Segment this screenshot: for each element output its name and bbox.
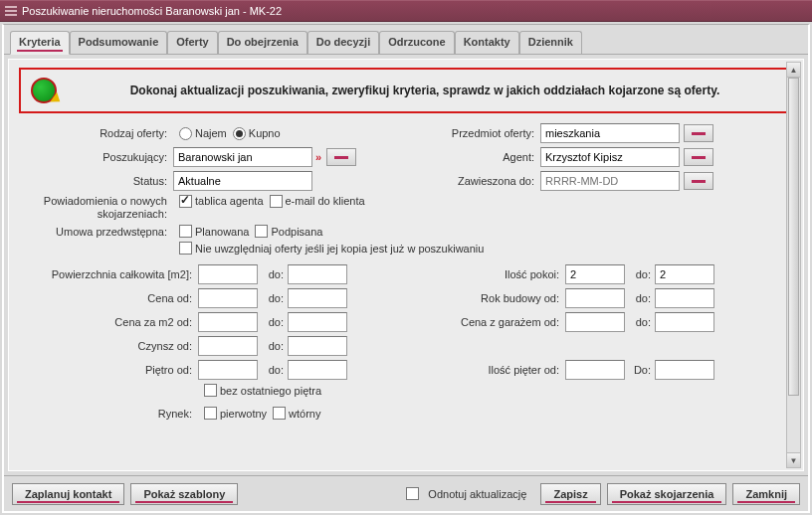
tab-odrzucone[interactable]: Odrzucone	[379, 31, 454, 54]
chk-pierwotny[interactable]	[204, 407, 217, 420]
input-rok-to[interactable]	[655, 288, 714, 308]
clear-zawieszona-button[interactable]	[684, 172, 713, 190]
open-client-icon[interactable]: »	[312, 151, 322, 163]
label-pokoi: Ilość pokoi:	[416, 268, 565, 280]
chk-bez-ostatniego[interactable]	[204, 384, 217, 397]
vertical-scrollbar[interactable]: ▲ ▼	[786, 62, 801, 468]
input-agent[interactable]	[540, 147, 680, 167]
input-pow-from[interactable]	[198, 264, 258, 284]
label-zawieszona: Zawieszona do:	[416, 175, 540, 187]
label-agent: Agent:	[416, 151, 540, 163]
ranges: Powierzchnia całkowita [m2]: do: Cena od…	[19, 264, 793, 420]
scroll-thumb[interactable]	[788, 78, 799, 396]
tabs: Kryteria Podsumowanie Oferty Do obejrzen…	[4, 25, 808, 55]
chk-tablica[interactable]	[179, 195, 192, 208]
tab-kontakty[interactable]: Kontakty	[455, 31, 519, 54]
chk-email-label: e-mail do klienta	[286, 195, 365, 207]
input-pow-to[interactable]	[288, 264, 347, 284]
alert-box: Dokonaj aktualizacji poszukiwania, zwery…	[19, 68, 793, 113]
input-rok-from[interactable]	[565, 288, 625, 308]
radio-najem-label: Najem	[195, 127, 227, 139]
label-przedmiot: Przedmiot oferty:	[416, 127, 540, 139]
window-title: Poszukiwanie nieruchomości Baranowski ja…	[22, 5, 282, 17]
radio-kupno-label: Kupno	[249, 127, 281, 139]
input-cena-from[interactable]	[198, 288, 258, 308]
input-pietro-from[interactable]	[198, 360, 258, 380]
chk-odnotuj-label: Odnotuj aktualizację	[428, 488, 526, 500]
label-powiadomienia: Powiadomienia o nowych skojarzeniach:	[19, 195, 173, 221]
input-poszukujacy[interactable]	[173, 147, 312, 167]
clear-agent-button[interactable]	[684, 148, 713, 166]
chk-wtorny-label: wtórny	[289, 408, 320, 420]
label-pietro: Piętro od:	[19, 364, 198, 376]
schedule-contact-button[interactable]: Zaplanuj kontakt	[12, 483, 124, 505]
input-pietro-to[interactable]	[288, 360, 347, 380]
clear-przedmiot-button[interactable]	[684, 124, 713, 142]
input-pokoi-to[interactable]	[655, 264, 714, 284]
scroll-up-icon[interactable]: ▲	[787, 63, 800, 78]
alert-text: Dokonaj aktualizacji poszukiwania, zwery…	[69, 84, 781, 97]
input-cenam2-from[interactable]	[198, 312, 258, 332]
tab-do-obejrzenia[interactable]: Do obejrzenia	[218, 31, 307, 54]
label-pieter: Ilość pięter od:	[416, 364, 565, 376]
tab-content: Dokonaj aktualizacji poszukiwania, zwery…	[8, 59, 804, 471]
input-zawieszona[interactable]	[540, 171, 680, 191]
chk-planowana[interactable]	[179, 225, 192, 238]
label-poszukujacy: Poszukujący:	[19, 151, 173, 163]
label-czynsz: Czynsz od:	[19, 340, 198, 352]
chk-email[interactable]	[270, 195, 283, 208]
label-rok: Rok budowy od:	[416, 292, 565, 304]
input-pieter-to[interactable]	[655, 360, 714, 380]
radio-najem[interactable]	[179, 127, 192, 140]
footer: Zaplanuj kontakt Pokaż szablony Odnotuj …	[4, 475, 808, 511]
tab-kryteria[interactable]: Kryteria	[10, 31, 70, 55]
label-rynek: Rynek:	[19, 408, 198, 420]
label-rodzaj-oferty: Rodzaj oferty:	[19, 127, 173, 139]
input-garaz-from[interactable]	[565, 312, 625, 332]
tab-podsumowanie[interactable]: Podsumowanie	[70, 31, 168, 54]
input-pokoi-from[interactable]	[565, 264, 625, 284]
body-area: Kryteria Podsumowanie Oferty Do obejrzen…	[2, 24, 810, 513]
label-powierzchnia: Powierzchnia całkowita [m2]:	[19, 268, 198, 280]
tab-oferty[interactable]: Oferty	[167, 31, 217, 54]
chk-exclude-copy-label: Nie uwzględniaj oferty jeśli jej kopia j…	[195, 243, 484, 255]
input-cena-to[interactable]	[288, 288, 347, 308]
refresh-warning-icon	[31, 78, 57, 103]
tab-do-decyzji[interactable]: Do decyzji	[307, 31, 379, 54]
chk-planowana-label: Planowana	[195, 226, 249, 238]
clear-poszukujacy-button[interactable]	[326, 148, 356, 166]
label-umowa: Umowa przedwstępna:	[19, 226, 173, 238]
window-menu-icon[interactable]	[4, 4, 18, 18]
scroll-down-icon[interactable]: ▼	[787, 452, 800, 467]
chk-wtorny[interactable]	[273, 407, 286, 420]
input-czynsz-to[interactable]	[288, 336, 347, 356]
input-przedmiot[interactable]	[540, 123, 680, 143]
show-matches-button[interactable]: Pokaż skojarzenia	[607, 483, 727, 505]
criteria-form: Rodzaj oferty: Najem Kupno Przedmiot ofe…	[19, 123, 793, 420]
close-button[interactable]: Zamknij	[732, 483, 800, 505]
chk-exclude-copy[interactable]	[179, 242, 192, 255]
chk-pierwotny-label: pierwotny	[220, 408, 267, 420]
chk-odnotuj[interactable]	[406, 487, 419, 500]
window: Poszukiwanie nieruchomości Baranowski ja…	[0, 0, 812, 515]
tab-dziennik[interactable]: Dziennik	[519, 31, 582, 54]
input-czynsz-from[interactable]	[198, 336, 258, 356]
chk-tablica-label: tablica agenta	[195, 195, 264, 207]
radio-kupno[interactable]	[233, 127, 246, 140]
chk-podpisana-label: Podpisana	[271, 226, 322, 238]
input-status[interactable]	[173, 171, 312, 191]
label-cena: Cena od:	[19, 292, 198, 304]
chk-bez-ostatniego-label: bez ostatniego piętra	[220, 385, 321, 397]
label-status: Status:	[19, 175, 173, 187]
chk-podpisana[interactable]	[255, 225, 268, 238]
input-pieter-from[interactable]	[565, 360, 625, 380]
input-cenam2-to[interactable]	[288, 312, 347, 332]
show-templates-button[interactable]: Pokaż szablony	[130, 483, 238, 505]
input-garaz-to[interactable]	[655, 312, 714, 332]
label-garaz: Cena z garażem od:	[416, 316, 565, 328]
label-cenam2: Cena za m2 od:	[19, 316, 198, 328]
titlebar: Poszukiwanie nieruchomości Baranowski ja…	[0, 0, 812, 22]
save-button[interactable]: Zapisz	[540, 483, 600, 505]
